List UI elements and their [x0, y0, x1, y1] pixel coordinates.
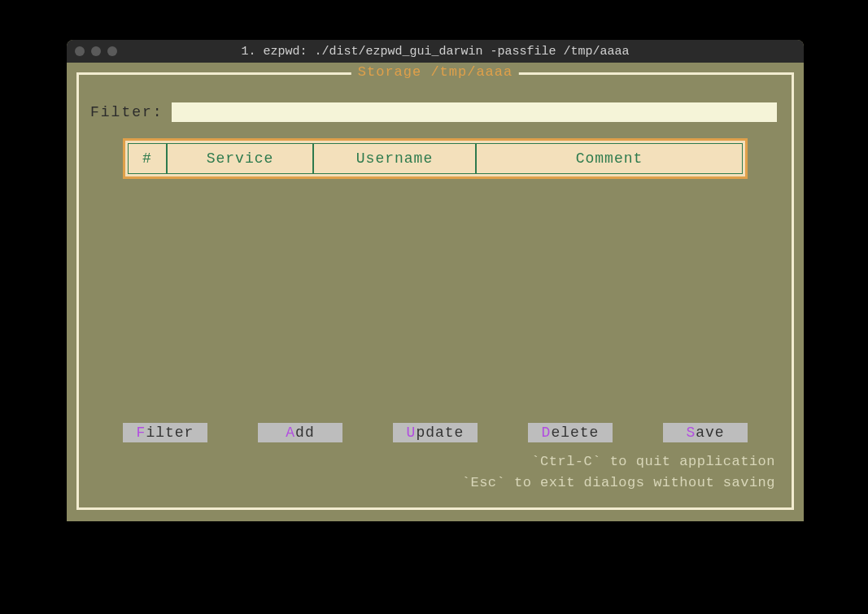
- hint-quit: `Ctrl-C` to quit application: [462, 451, 775, 472]
- delete-button[interactable]: Delete: [528, 423, 613, 442]
- column-header-comment: Comment: [476, 143, 743, 174]
- app-window: 1. ezpwd: ./dist/ezpwd_gui_darwin -passf…: [67, 40, 804, 521]
- minimize-icon[interactable]: [91, 46, 101, 56]
- maximize-icon[interactable]: [107, 46, 117, 56]
- action-buttons: Filter Add Update Delete Save: [123, 423, 748, 442]
- button-label-rest: ilter: [146, 425, 194, 441]
- keyboard-hints: `Ctrl-C` to quit application `Esc` to ex…: [462, 451, 775, 493]
- button-label-rest: elete: [551, 425, 599, 441]
- hotkey-letter: U: [407, 425, 417, 441]
- filter-row: Filter:: [90, 102, 777, 122]
- update-button[interactable]: Update: [393, 423, 478, 442]
- table-header-row: # Service Username Comment: [128, 143, 743, 174]
- hotkey-letter: A: [286, 425, 295, 441]
- storage-title: Storage /tmp/aaaa: [351, 64, 519, 80]
- titlebar: 1. ezpwd: ./dist/ezpwd_gui_darwin -passf…: [67, 40, 804, 63]
- hotkey-letter: F: [137, 425, 146, 441]
- column-header-service: Service: [167, 143, 313, 174]
- filter-label: Filter:: [90, 104, 164, 120]
- hotkey-letter: D: [542, 425, 552, 441]
- add-button[interactable]: Add: [258, 423, 342, 442]
- button-label-rest: dd: [295, 425, 315, 441]
- column-header-index: #: [128, 143, 167, 174]
- filter-button[interactable]: Filter: [123, 423, 207, 442]
- column-header-username: Username: [313, 143, 476, 174]
- filter-input[interactable]: [172, 102, 777, 122]
- close-icon[interactable]: [75, 46, 85, 56]
- window-title: 1. ezpwd: ./dist/ezpwd_gui_darwin -passf…: [67, 45, 804, 59]
- app-panel: Storage /tmp/aaaa Filter: # Service User…: [76, 72, 794, 510]
- button-label-rest: ave: [696, 425, 724, 441]
- button-label-rest: pdate: [416, 425, 464, 441]
- password-table: # Service Username Comment: [123, 138, 748, 179]
- save-button[interactable]: Save: [663, 423, 748, 442]
- hint-esc: `Esc` to exit dialogs without saving: [462, 472, 775, 494]
- hotkey-letter: S: [686, 425, 696, 441]
- traffic-lights: [75, 46, 117, 56]
